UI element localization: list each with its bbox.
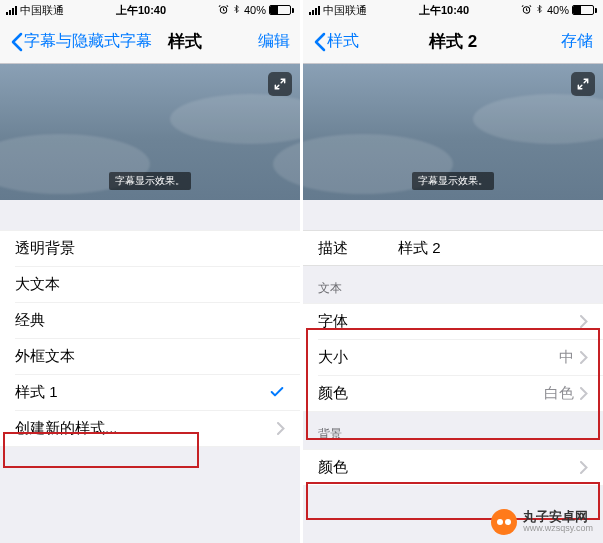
style-label: 透明背景 (15, 239, 75, 258)
style-row-style1[interactable]: 样式 1 (0, 374, 300, 410)
row-label: 字体 (318, 312, 348, 331)
description-row[interactable]: 描述 样式 2 (303, 230, 603, 266)
status-bar: 中国联通 上午10:40 40% (0, 0, 300, 20)
style-label: 外框文本 (15, 347, 75, 366)
carrier-label: 中国联通 (20, 3, 64, 18)
status-time: 上午10:40 (367, 3, 521, 18)
expand-icon[interactable] (571, 72, 595, 96)
edit-button[interactable]: 编辑 (258, 31, 290, 52)
watermark-title: 丸子安卓网 (523, 510, 593, 524)
battery-icon (572, 5, 597, 15)
style-row-transparent[interactable]: 透明背景 (0, 230, 300, 266)
chevron-right-icon (580, 461, 588, 474)
font-row[interactable]: 字体 (303, 303, 603, 339)
back-button[interactable]: 样式 (313, 31, 359, 52)
style-row-large-text[interactable]: 大文本 (0, 266, 300, 302)
style-label: 样式 1 (15, 383, 58, 402)
create-new-style-row[interactable]: 创建新的样式... (0, 410, 300, 446)
battery-pct: 40% (244, 4, 266, 16)
background-section: 颜色 (303, 449, 603, 486)
chevron-right-icon (580, 387, 588, 400)
size-row[interactable]: 大小 中 (303, 339, 603, 375)
subtitle-sample: 字幕显示效果。 (412, 172, 494, 190)
bg-color-row[interactable]: 颜色 (303, 449, 603, 485)
row-label: 颜色 (318, 458, 348, 477)
checkmark-icon (269, 384, 285, 400)
chevron-right-icon (277, 422, 285, 435)
section-header-background: 背景 (303, 412, 603, 449)
signal-icon (309, 6, 320, 15)
subtitle-preview: 字幕显示效果。 (0, 64, 300, 200)
phone-right: 中国联通 上午10:40 40% 样式 样式 2 存储 (303, 0, 603, 543)
create-new-label: 创建新的样式... (15, 419, 118, 438)
expand-icon[interactable] (268, 72, 292, 96)
alarm-icon (521, 4, 532, 17)
style-row-outline[interactable]: 外框文本 (0, 338, 300, 374)
row-label: 大小 (318, 348, 348, 367)
watermark-logo-icon (491, 509, 517, 535)
description-value: 样式 2 (398, 239, 441, 258)
nav-bar: 样式 样式 2 存储 (303, 20, 603, 64)
watermark-url: www.wzsqsy.com (523, 524, 593, 534)
back-button[interactable]: 字幕与隐藏式字幕 (10, 31, 152, 52)
spacer (303, 200, 603, 230)
text-section: 字体 大小 中 颜色 白色 (303, 303, 603, 412)
description-label: 描述 (318, 239, 398, 258)
chevron-right-icon (580, 315, 588, 328)
style-label: 大文本 (15, 275, 60, 294)
subtitle-sample: 字幕显示效果。 (109, 172, 191, 190)
battery-icon (269, 5, 294, 15)
chevron-right-icon (580, 351, 588, 364)
text-color-row[interactable]: 颜色 白色 (303, 375, 603, 411)
spacer (0, 200, 300, 230)
status-bar: 中国联通 上午10:40 40% (303, 0, 603, 20)
styles-list: 透明背景 大文本 经典 外框文本 样式 1 创建新的样式... (0, 230, 300, 447)
row-value: 白色 (544, 384, 574, 403)
style-row-classic[interactable]: 经典 (0, 302, 300, 338)
style-label: 经典 (15, 311, 45, 330)
subtitle-preview: 字幕显示效果。 (303, 64, 603, 200)
bluetooth-icon (232, 3, 241, 17)
section-header-text: 文本 (303, 266, 603, 303)
signal-icon (6, 6, 17, 15)
battery-pct: 40% (547, 4, 569, 16)
save-button[interactable]: 存储 (561, 31, 593, 52)
back-label: 字幕与隐藏式字幕 (24, 31, 152, 52)
bluetooth-icon (535, 3, 544, 17)
alarm-icon (218, 4, 229, 17)
row-value: 中 (559, 348, 574, 367)
nav-bar: 字幕与隐藏式字幕 样式 编辑 (0, 20, 300, 64)
watermark: 丸子安卓网 www.wzsqsy.com (487, 507, 597, 537)
back-label: 样式 (327, 31, 359, 52)
row-label: 颜色 (318, 384, 348, 403)
phone-left: 中国联通 上午10:40 40% 字幕与隐藏式字幕 样式 编辑 (0, 0, 300, 543)
carrier-label: 中国联通 (323, 3, 367, 18)
status-time: 上午10:40 (64, 3, 218, 18)
